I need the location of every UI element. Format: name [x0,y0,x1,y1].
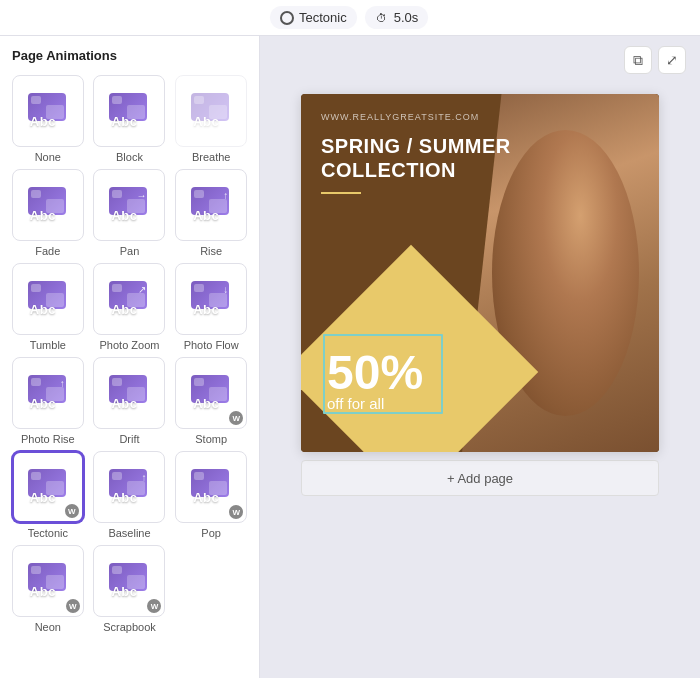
anim-badge-tectonic: W [65,504,79,518]
anim-abc-baseline: Abc [111,490,137,505]
anim-card-none: Abc [12,75,84,147]
anim-item-breathe[interactable]: AbcBreathe [173,75,249,163]
canvas-actions: ⧉ ⤢ [624,46,686,74]
anim-abc-rise: Abc [193,208,219,223]
anim-abc-tumble: Abc [30,302,56,317]
anim-label-pop: Pop [201,527,221,539]
anim-icon-photozoom: Abc↗ [109,281,149,317]
anim-icon-fade: Abc [28,187,68,223]
anim-arrow-pan: → [136,190,146,201]
anim-card-photoflow: Abc↓ [175,263,247,335]
anim-label-photozoom: Photo Zoom [100,339,160,351]
canvas-title-line2: COLLECTION [321,158,639,182]
anim-item-pop[interactable]: AbcWPop [173,451,249,539]
anim-arrow-baseline: ↑ [141,472,146,483]
anim-label-pan: Pan [120,245,140,257]
anim-card-tectonic: AbcW [12,451,84,523]
anim-icon-photorise: Abc↑ [28,375,68,411]
anim-badge-neon: W [66,599,80,613]
duration-pill[interactable]: ⏱ 5.0s [365,6,429,29]
anim-label-tumble: Tumble [30,339,66,351]
expand-button[interactable]: ⤢ [658,46,686,74]
anim-item-neon[interactable]: AbcWNeon [10,545,86,633]
anim-label-fade: Fade [35,245,60,257]
anim-item-block[interactable]: AbcBlock [92,75,168,163]
anim-icon-rise: Abc↑ [191,187,231,223]
anim-label-breathe: Breathe [192,151,231,163]
anim-icon-breathe: Abc [191,93,231,129]
right-panel: ⧉ ⤢ WWW.REALLYGREATSITE.COM SPRING / SUM… [260,36,700,678]
anim-card-photozoom: Abc↗ [93,263,165,335]
anim-item-scrapbook[interactable]: AbcWScrapbook [92,545,168,633]
animation-name-label: Tectonic [299,10,347,25]
anim-abc-pan: Abc [111,208,137,223]
anim-card-rise: Abc↑ [175,169,247,241]
canvas-title-line1: SPRING / SUMMER [321,134,639,158]
anim-card-breathe: Abc [175,75,247,147]
anim-item-fade[interactable]: AbcFade [10,169,86,257]
anim-abc-neon: Abc [30,584,56,599]
anim-card-drift: Abc [93,357,165,429]
anim-abc-none: Abc [30,114,56,129]
anim-item-tumble[interactable]: AbcTumble [10,263,86,351]
anim-abc-pop: Abc [193,490,219,505]
anim-item-stomp[interactable]: AbcWStomp [173,357,249,445]
anim-icon-pop: Abc [191,469,231,505]
canvas-url: WWW.REALLYGREATSITE.COM [321,112,639,122]
anim-item-photorise[interactable]: Abc↑Photo Rise [10,357,86,445]
anim-abc-block: Abc [111,114,137,129]
anim-card-stomp: AbcW [175,357,247,429]
anim-card-neon: AbcW [12,545,84,617]
anim-label-none: None [35,151,61,163]
anim-abc-scrapbook: Abc [111,584,137,599]
anim-label-drift: Drift [119,433,139,445]
anim-icon-tumble: Abc [28,281,68,317]
anim-arrow-photozoom: ↗ [138,284,146,295]
anim-icon-photoflow: Abc↓ [191,281,231,317]
add-page-label: + Add page [447,471,513,486]
anim-item-drift[interactable]: AbcDrift [92,357,168,445]
anim-abc-photozoom: Abc [111,302,137,317]
anim-item-photoflow[interactable]: Abc↓Photo Flow [173,263,249,351]
anim-abc-stomp: Abc [193,396,219,411]
anim-item-pan[interactable]: Abc→Pan [92,169,168,257]
anim-card-block: Abc [93,75,165,147]
anim-item-photozoom[interactable]: Abc↗Photo Zoom [92,263,168,351]
anim-label-scrapbook: Scrapbook [103,621,156,633]
anim-abc-drift: Abc [111,396,137,411]
anim-icon-baseline: Abc↑ [109,469,149,505]
anim-badge-pop: W [229,505,243,519]
anim-label-neon: Neon [35,621,61,633]
anim-item-rise[interactable]: Abc↑Rise [173,169,249,257]
anim-icon-tectonic: Abc [28,469,68,505]
canvas-divider [321,192,361,194]
anim-icon-stomp: Abc [191,375,231,411]
animations-grid: AbcNoneAbcBlockAbcBreatheAbcFadeAbc→PanA… [10,75,249,633]
anim-icon-none: Abc [28,93,68,129]
canvas-percent: 50% [327,349,423,397]
clock-icon: ⏱ [375,11,389,25]
anim-abc-fade: Abc [30,208,56,223]
anim-arrow-photoflow: ↓ [223,284,228,295]
animation-name-pill[interactable]: Tectonic [270,6,357,29]
anim-icon-scrapbook: Abc [109,563,149,599]
anim-label-block: Block [116,151,143,163]
anim-item-none[interactable]: AbcNone [10,75,86,163]
anim-arrow-photorise: ↑ [60,378,65,389]
anim-label-photoflow: Photo Flow [184,339,239,351]
add-page-button[interactable]: + Add page [301,460,659,496]
duration-label: 5.0s [394,10,419,25]
main-content: Page Animations AbcNoneAbcBlockAbcBreath… [0,36,700,678]
anim-card-fade: Abc [12,169,84,241]
copy-button[interactable]: ⧉ [624,46,652,74]
anim-icon-block: Abc [109,93,149,129]
canvas-background: WWW.REALLYGREATSITE.COM SPRING / SUMMER … [301,94,659,452]
anim-abc-breathe: Abc [193,114,219,129]
canvas-title: SPRING / SUMMER COLLECTION [321,134,639,182]
anim-icon-pan: Abc→ [109,187,149,223]
anim-item-baseline[interactable]: Abc↑Baseline [92,451,168,539]
anim-card-pan: Abc→ [93,169,165,241]
anim-label-photorise: Photo Rise [21,433,75,445]
anim-item-tectonic[interactable]: AbcWTectonic [10,451,86,539]
anim-badge-scrapbook: W [147,599,161,613]
